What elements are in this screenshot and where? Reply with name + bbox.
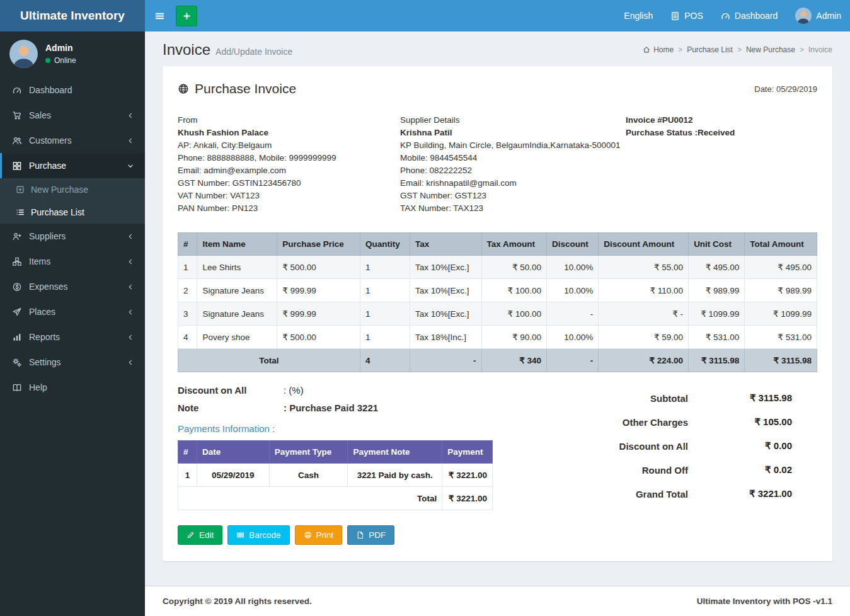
- payments-heading: Payments Information :: [178, 423, 536, 434]
- dashboard-label: Dashboard: [735, 11, 778, 21]
- sidebar-item-new-purchase[interactable]: New Purchase: [0, 178, 145, 201]
- items-total-label: Total: [178, 349, 360, 372]
- sidebar-item-dashboard[interactable]: Dashboard: [0, 77, 145, 103]
- col-unit-cost: Unit Cost: [689, 233, 745, 256]
- sidebar-item-items[interactable]: Items: [0, 249, 145, 274]
- pos-link[interactable]: POS: [662, 0, 712, 31]
- note-label: Note: [178, 402, 284, 413]
- table-row: 3 Signature Jeans ₹ 999.99 1 Tax 10%[Exc…: [178, 302, 817, 326]
- sidebar-user-panel: Admin Online: [0, 31, 145, 76]
- print-button[interactable]: Print: [295, 525, 343, 545]
- gauge-icon: [11, 86, 23, 95]
- user-plus-icon: [11, 232, 23, 241]
- items-table: # Item Name Purchase Price Quantity Tax …: [178, 232, 817, 372]
- content-area: InvoiceAdd/Update Invoice Home Purchase …: [145, 31, 850, 586]
- dashboard-link[interactable]: Dashboard: [712, 0, 787, 31]
- submenu-item-label: Purchase List: [31, 207, 84, 217]
- supplier-heading: Supplier Details: [400, 114, 621, 127]
- invoice-card-title: Purchase Invoice: [178, 81, 296, 96]
- col-tax-amount: Tax Amount: [481, 233, 546, 256]
- sidebar-item-suppliers[interactable]: Suppliers: [0, 224, 145, 249]
- note-value: : Purchase Paid 3221: [284, 402, 378, 413]
- sidebar-item-expenses[interactable]: Expenses: [0, 274, 145, 299]
- from-block: From Khush Fashion Palace AP: Ankali, Ci…: [178, 114, 395, 215]
- sidebar-item-settings[interactable]: Settings: [0, 350, 145, 375]
- supplier-name: Krishna Patil: [400, 127, 621, 139]
- summary-discount-on-all: Discount on All ₹ 0.00: [536, 434, 792, 458]
- items-total-tax: -: [410, 349, 482, 372]
- user-menu[interactable]: Admin: [786, 0, 850, 31]
- printer-icon: [304, 531, 312, 539]
- bar-chart-icon: [11, 333, 23, 342]
- invoice-card: Purchase Invoice Date: 05/29/2019 From K…: [163, 66, 832, 561]
- col-quantity: Quantity: [360, 233, 410, 256]
- pdf-button[interactable]: PDF: [347, 525, 394, 545]
- breadcrumb-separator: [737, 45, 742, 54]
- table-row: 4 Povery shoe ₹ 500.00 1 Tax 18%[Inc.] ₹…: [178, 326, 817, 349]
- content-header: InvoiceAdd/Update Invoice Home Purchase …: [145, 31, 850, 59]
- col-purchase-price: Purchase Price: [277, 233, 360, 256]
- plus-icon: [182, 11, 192, 21]
- sidebar-item-label: Customers: [29, 135, 72, 145]
- pencil-icon: [187, 531, 195, 539]
- sidebar-item-customers[interactable]: Customers: [0, 128, 145, 153]
- invoice-meta-block: Invoice #PU0012 Purchase Status :Receive…: [626, 114, 817, 215]
- avatar: [9, 40, 38, 68]
- breadcrumb-current: Invoice: [808, 45, 832, 54]
- send-icon: [11, 307, 23, 317]
- payments-header-row: # Date Payment Type Payment Note Payment: [178, 441, 493, 464]
- items-total-amount: ₹ 3115.98: [745, 349, 817, 372]
- chevron-left-icon: [125, 309, 136, 316]
- sidebar-item-reports[interactable]: Reports: [0, 324, 145, 350]
- payments-total-label: Total: [178, 487, 442, 510]
- table-row: 1 Lee Shirts ₹ 500.00 1 Tax 10%[Exc.] ₹ …: [178, 256, 817, 279]
- col-total-amount: Total Amount: [745, 233, 817, 256]
- sidebar-item-sales[interactable]: Sales: [0, 103, 145, 128]
- online-status-dot: [45, 58, 50, 63]
- list-icon: [15, 208, 25, 217]
- barcode-icon: [236, 531, 244, 539]
- col-tax: Tax: [410, 233, 482, 256]
- payments-table: # Date Payment Type Payment Note Payment…: [178, 440, 493, 510]
- col-discount: Discount: [547, 233, 599, 256]
- top-navbar: English POS Dashboard Admin: [145, 0, 850, 31]
- sidebar-item-label: Purchase: [29, 161, 66, 171]
- coin-icon: [11, 282, 23, 292]
- breadcrumb-home[interactable]: Home: [643, 45, 674, 54]
- items-table-header-row: # Item Name Purchase Price Quantity Tax …: [178, 233, 817, 256]
- sidebar-item-label: Dashboard: [29, 85, 72, 95]
- edit-button[interactable]: Edit: [178, 525, 222, 545]
- breadcrumb: Home Purchase List New Purchase Invoice: [643, 45, 832, 54]
- barcode-button[interactable]: Barcode: [227, 525, 289, 545]
- breadcrumb-new-purchase[interactable]: New Purchase: [746, 45, 795, 54]
- cart-icon: [11, 111, 23, 120]
- sidebar-item-purchase[interactable]: Purchase: [0, 153, 145, 178]
- language-menu[interactable]: English: [615, 0, 662, 31]
- sidebar-item-purchase-list[interactable]: Purchase List: [0, 201, 145, 224]
- sidebar-item-places[interactable]: Places: [0, 299, 145, 324]
- invoice-card-header: Purchase Invoice Date: 05/29/2019: [178, 81, 817, 96]
- table-row: 2 Signature Jeans ₹ 999.99 1 Tax 10%[Exc…: [178, 279, 817, 302]
- brand-logo[interactable]: Ultimate Inventory: [0, 0, 145, 31]
- language-label: English: [624, 11, 653, 21]
- from-name: Khush Fashion Palace: [178, 127, 395, 139]
- quick-add-button[interactable]: [176, 6, 197, 26]
- home-icon: [643, 46, 650, 54]
- chevron-left-icon: [125, 334, 136, 341]
- below-table-area: Discount on All : (%) Note : Purchase Pa…: [178, 385, 817, 545]
- note-row: Note : Purchase Paid 3221: [178, 402, 536, 413]
- top-header: Ultimate Inventory English POS Dashboard…: [0, 0, 850, 31]
- sidebar-item-help[interactable]: Help: [0, 375, 145, 400]
- users-icon: [11, 136, 23, 145]
- calculator-icon: [670, 11, 680, 21]
- discount-on-all-value: : (%): [284, 385, 304, 396]
- sidebar-item-label: Suppliers: [29, 231, 66, 241]
- invoice-number: Invoice #PU0012: [626, 114, 817, 127]
- globe-icon: [178, 83, 189, 94]
- sidebar-toggle-button[interactable]: [145, 0, 174, 31]
- plus-square-icon: [15, 185, 25, 194]
- breadcrumb-purchase-list[interactable]: Purchase List: [687, 45, 733, 54]
- payment-row: 1 05/29/2019 Cash 3221 Paid by cash. ₹ 3…: [178, 464, 493, 487]
- chevron-left-icon: [125, 283, 136, 290]
- col-index: #: [178, 233, 197, 256]
